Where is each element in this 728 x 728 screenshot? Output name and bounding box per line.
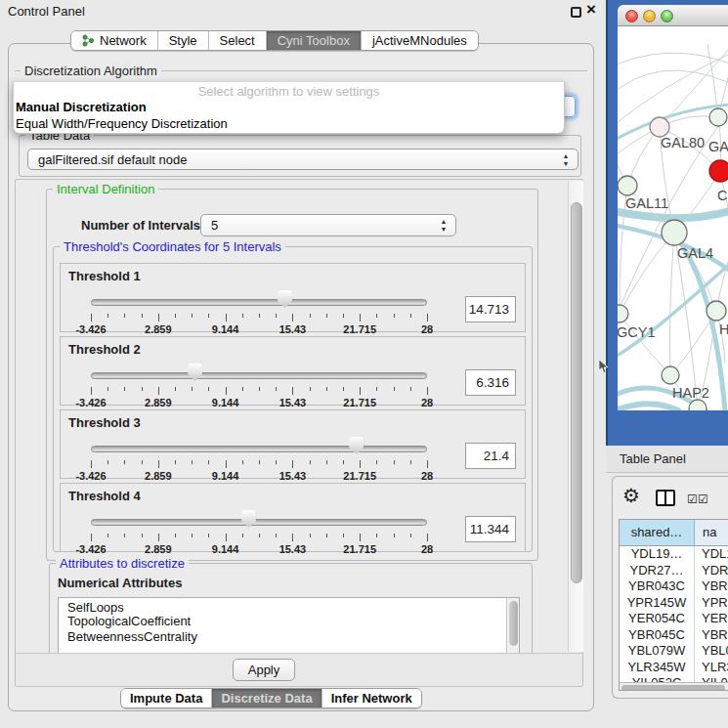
cell-shared-name[interactable]: YPR145W: [620, 595, 695, 612]
network-node[interactable]: [662, 220, 687, 245]
tab-select[interactable]: Select: [209, 31, 267, 50]
horizontal-scrollbar[interactable]: [620, 682, 728, 691]
vertical-scrollbar-thumb[interactable]: [571, 202, 582, 583]
cell-name[interactable]: YER0: [695, 611, 728, 627]
network-node[interactable]: [709, 108, 727, 126]
number-of-intervals-combo[interactable]: 5 ▲▼: [200, 214, 456, 236]
close-icon[interactable]: ×: [586, 0, 596, 20]
combo-arrows-icon[interactable]: ▲▼: [561, 152, 571, 168]
tab-network[interactable]: Network: [71, 31, 158, 50]
tick-mark: [410, 314, 411, 318]
column-header-name[interactable]: na: [695, 520, 728, 546]
tab-cyni-toolbox[interactable]: Cyni Toolbox: [267, 31, 362, 50]
dropdown-item-equal-width-frequency[interactable]: Equal Width/Frequency Discretization: [14, 115, 564, 132]
cell-name[interactable]: YDR2: [695, 563, 728, 579]
node-label-ga: GA: [708, 139, 728, 154]
network-node[interactable]: [650, 117, 669, 137]
tab-style[interactable]: Style: [158, 31, 209, 50]
zoom-traffic-light[interactable]: [661, 10, 673, 22]
checkbox-icon[interactable]: ☑: [687, 493, 698, 505]
list-item-selfloops[interactable]: SelfLoops: [59, 598, 519, 614]
network-node[interactable]: [662, 366, 679, 384]
tab-infer-network[interactable]: Infer Network: [322, 689, 421, 707]
mouse-cursor: [598, 359, 609, 374]
combo-arrows-icon[interactable]: ▲▼: [439, 218, 449, 234]
cell-name[interactable]: YIL0: [695, 675, 728, 682]
horizontal-scrollbar-thumb[interactable]: [621, 685, 725, 692]
network-node[interactable]: [618, 176, 637, 195]
tab-impute-data[interactable]: Impute Data: [121, 689, 212, 707]
gear-icon[interactable]: ⚙: [622, 486, 640, 505]
tick-mark: [343, 387, 344, 391]
list-scrollbar-thumb[interactable]: [509, 601, 518, 646]
threshold-value-field[interactable]: 11.344: [465, 516, 516, 542]
network-node[interactable]: [707, 301, 726, 321]
table-row[interactable]: YLR345WYLR3: [620, 660, 728, 676]
list-item-topologicalcoefficient[interactable]: TopologicalCoefficient: [59, 614, 519, 629]
tick-label: 21.715: [343, 543, 376, 555]
table-row[interactable]: YBR045CYBR0: [620, 627, 728, 644]
table-row[interactable]: YPR145WYPR1: [620, 595, 728, 612]
vertical-scrollbar[interactable]: [568, 181, 583, 652]
tick-mark: [91, 534, 92, 541]
network-window-titlebar[interactable]: [618, 5, 728, 26]
tick-mark: [360, 460, 361, 468]
slider-track[interactable]: [91, 299, 427, 306]
cell-shared-name[interactable]: YER054C: [620, 611, 695, 627]
slider-ticks: [91, 314, 427, 322]
threshold-value-field[interactable]: 21.4: [465, 443, 516, 469]
threshold-slider[interactable]: -3.4262.8599.14415.4321.71528: [91, 484, 427, 553]
checkbox-icon[interactable]: ☑: [698, 493, 708, 505]
cell-shared-name[interactable]: YLR345W: [620, 660, 695, 676]
threshold-value-field[interactable]: 14.713: [465, 296, 516, 322]
threshold-slider[interactable]: -3.4262.8599.14415.4321.71528: [91, 337, 427, 407]
apply-button[interactable]: Apply: [233, 659, 295, 681]
list-item-betweennesscentrality[interactable]: BetweennessCentrality: [59, 629, 519, 645]
network-canvas[interactable]: GAL80GAGAL11CGAL4GCY1HHAP2: [618, 26, 728, 410]
network-node[interactable]: [709, 160, 728, 182]
threshold-slider[interactable]: -3.4262.8599.14415.4321.71528: [91, 410, 427, 480]
column-header-shared-name[interactable]: shared…: [620, 520, 695, 546]
dropdown-item-manual-discretization[interactable]: Manual Discretization: [14, 99, 564, 115]
slider-track[interactable]: [91, 519, 427, 526]
threshold-slider[interactable]: -3.4262.8599.14415.4321.71528: [91, 264, 427, 333]
slider-track[interactable]: [91, 372, 427, 379]
cell-shared-name[interactable]: YDR27…: [620, 563, 695, 579]
cell-shared-name[interactable]: YBR043C: [620, 578, 695, 595]
network-node[interactable]: [618, 305, 628, 322]
tick-mark: [208, 314, 209, 318]
close-traffic-light[interactable]: [625, 10, 638, 22]
cell-name[interactable]: YBL0: [695, 643, 728, 660]
tab-jactivemnodules[interactable]: jActiveMNodules: [362, 31, 478, 50]
numerical-attributes-list[interactable]: SelfLoopsTopologicalCoefficientBetweenne…: [58, 597, 520, 653]
table-row[interactable]: YBL079WYBL0: [620, 643, 728, 660]
bottom-tab-bar: Impute DataDiscretize DataInfer Network: [120, 688, 422, 708]
cell-name[interactable]: YBR0: [695, 627, 728, 644]
table-row[interactable]: YIL052CYIL0: [620, 675, 728, 682]
cell-name[interactable]: YDL1: [695, 546, 728, 563]
table-row[interactable]: YDR27…YDR2: [620, 563, 728, 579]
cell-name[interactable]: YLR3: [695, 660, 728, 676]
tick-mark: [376, 534, 377, 537]
float-window-icon[interactable]: [571, 7, 581, 18]
tick-mark: [310, 534, 311, 537]
cell-shared-name[interactable]: YBR045C: [620, 627, 695, 644]
cell-shared-name[interactable]: YDL19…: [620, 546, 695, 563]
slider-track[interactable]: [91, 446, 427, 452]
cell-name[interactable]: YPR1: [695, 595, 728, 612]
split-columns-icon[interactable]: [656, 490, 675, 506]
table-row[interactable]: YBR043CYBR0: [620, 578, 728, 595]
table-row[interactable]: YER054CYER0: [620, 611, 728, 627]
table-row[interactable]: YDL19…YDL1: [620, 546, 728, 563]
slider-ticks: [91, 460, 427, 469]
cell-name[interactable]: YBR0: [695, 578, 728, 595]
tick-mark: [360, 314, 361, 321]
list-scrollbar[interactable]: [506, 598, 519, 653]
threshold-value-field[interactable]: 6.316: [465, 369, 516, 396]
tab-discretize-data[interactable]: Discretize Data: [212, 689, 321, 707]
table-data-combo[interactable]: galFiltered.sif default node ▲▼: [27, 149, 578, 170]
cell-shared-name[interactable]: YBL079W: [620, 643, 695, 660]
cell-shared-name[interactable]: YIL052C: [620, 675, 695, 682]
minimize-traffic-light[interactable]: [643, 10, 656, 22]
node-table[interactable]: shared… na YDL19…YDL1YDR27…YDR2YBR043CYB…: [619, 519, 728, 691]
